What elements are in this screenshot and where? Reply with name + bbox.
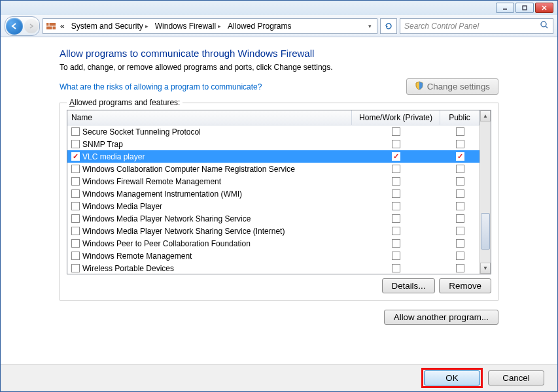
cancel-button[interactable]: Cancel [488,370,544,385]
program-name: Windows Management Instrumentation (WMI) [82,189,242,199]
search-icon[interactable] [540,20,549,31]
details-button[interactable]: Details... [382,278,436,293]
table-row[interactable]: Windows Peer to Peer Collaboration Found… [67,237,480,250]
table-row[interactable]: Windows Firewall Remote Management [67,175,480,188]
programs-listview[interactable]: Name Home/Work (Private) Public Secure S… [67,110,491,274]
checkbox[interactable] [71,140,80,148]
ok-highlight: OK [421,368,483,388]
change-settings-label: Change settings [427,82,490,91]
nav-buttons [5,16,40,36]
program-name: Windows Remote Management [82,252,192,261]
svg-point-8 [541,22,546,27]
table-row[interactable]: SNMP Trap [67,138,480,150]
checkbox-home[interactable] [392,189,400,198]
checkbox-home[interactable] [392,140,400,148]
shield-icon [415,81,424,92]
risks-link[interactable]: What are the risks of allowing a program… [60,82,262,91]
checkbox-home[interactable] [392,252,400,260]
checkbox[interactable] [71,165,80,173]
table-row[interactable]: Windows Media Player Network Sharing Ser… [67,225,480,237]
program-name: Windows Peer to Peer Collaboration Found… [82,239,251,248]
checkbox-public[interactable] [456,239,464,248]
maximize-button[interactable] [515,3,534,13]
checkbox-home[interactable] [392,239,400,248]
checkbox-public[interactable] [456,152,464,161]
checkbox-public[interactable] [456,264,464,272]
checkbox[interactable] [71,264,80,272]
program-name: Windows Collaboration Computer Name Regi… [82,165,295,174]
checkbox-public[interactable] [456,214,464,223]
scroll-up-button[interactable]: ▲ [480,110,491,122]
checkbox-home[interactable] [392,264,400,272]
checkbox[interactable] [71,152,80,161]
table-row[interactable]: Secure Socket Tunneling Protocol [67,125,480,138]
table-row[interactable]: Windows Remote Management [67,250,480,262]
table-row[interactable]: Windows Media Player Network Sharing Ser… [67,212,480,225]
checkbox-home[interactable] [392,152,400,161]
checkbox-home[interactable] [392,214,400,223]
program-name: Wireless Portable Devices [82,264,174,273]
allow-another-program-button[interactable]: Allow another program... [384,310,498,325]
navbar: « System and Security▸ Windows Firewall▸… [1,15,557,37]
minimize-button[interactable] [496,3,514,13]
list-header[interactable]: Name Home/Work (Private) Public [67,110,480,125]
vertical-scrollbar[interactable]: ▲ ▼ [480,110,491,274]
column-home[interactable]: Home/Work (Private) [352,110,440,125]
firewall-icon [46,21,56,31]
column-name[interactable]: Name [67,110,352,125]
back-button[interactable] [6,18,23,35]
checkbox[interactable] [71,252,80,260]
svg-line-9 [546,26,548,28]
checkbox-public[interactable] [456,227,464,235]
page-subtitle: To add, change, or remove allowed progra… [60,63,498,72]
checkbox-public[interactable] [456,252,464,260]
titlebar [1,1,557,15]
search-placeholder: Search Control Panel [404,22,479,31]
address-dropdown-icon[interactable]: ▾ [366,23,374,29]
checkbox[interactable] [71,127,80,136]
checkbox[interactable] [71,202,80,210]
table-row[interactable]: VLC media player [67,150,480,163]
checkbox-public[interactable] [456,177,464,186]
scroll-thumb[interactable] [481,213,490,250]
close-button[interactable] [535,3,553,13]
breadcrumb-item[interactable]: Allowed Programs [225,20,294,32]
checkbox[interactable] [71,227,80,235]
checkbox[interactable] [71,177,80,186]
table-row[interactable]: Wireless Portable Devices [67,262,480,274]
checkbox-public[interactable] [456,189,464,198]
checkbox-public[interactable] [456,165,464,173]
checkbox[interactable] [71,214,80,223]
forward-button[interactable] [24,19,39,33]
breadcrumb-item[interactable]: Windows Firewall▸ [152,20,224,32]
scroll-track[interactable] [480,122,491,263]
checkbox-public[interactable] [456,127,464,136]
search-input[interactable]: Search Control Panel [400,18,553,34]
checkbox-home[interactable] [392,177,400,186]
breadcrumb-item[interactable]: System and Security▸ [69,20,151,32]
checkbox-public[interactable] [456,140,464,148]
address-bar[interactable]: « System and Security▸ Windows Firewall▸… [43,18,377,34]
program-name: Secure Socket Tunneling Protocol [82,127,201,137]
table-row[interactable]: Windows Media Player [67,200,480,212]
table-row[interactable]: Windows Management Instrumentation (WMI) [67,188,480,200]
program-name: Windows Media Player [82,202,162,211]
refresh-button[interactable] [380,18,397,34]
checkbox[interactable] [71,239,80,248]
allowed-programs-group: Allowed programs and features: Name Home… [60,103,498,301]
program-name: Windows Firewall Remote Management [82,177,221,186]
checkbox-home[interactable] [392,202,400,210]
change-settings-button[interactable]: Change settings [406,78,498,95]
checkbox-home[interactable] [392,227,400,235]
table-row[interactable]: Windows Collaboration Computer Name Regi… [67,163,480,175]
column-public[interactable]: Public [440,110,480,125]
breadcrumb-prefix[interactable]: « [58,20,67,32]
checkbox-public[interactable] [456,202,464,210]
ok-button[interactable]: OK [424,370,480,385]
checkbox-home[interactable] [392,127,400,136]
checkbox[interactable] [71,189,80,198]
checkbox-home[interactable] [392,165,400,173]
content-area: Allow programs to communicate through Wi… [1,37,557,364]
scroll-down-button[interactable]: ▼ [480,263,491,274]
remove-button[interactable]: Remove [439,278,491,293]
